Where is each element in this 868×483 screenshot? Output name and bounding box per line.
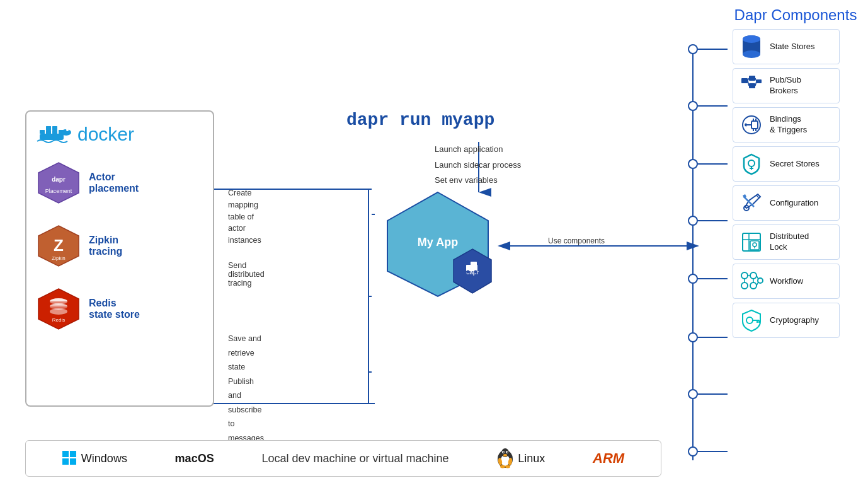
docker-text: docker: [77, 124, 134, 145]
configuration-card[interactable]: Configuration: [733, 185, 840, 221]
bindings-label: Bindings& Triggers: [770, 114, 807, 136]
configuration-label: Configuration: [770, 198, 818, 209]
dapr-components-title: Dapr Components: [733, 6, 859, 24]
svg-rect-85: [757, 79, 762, 83]
svg-point-73: [503, 454, 507, 457]
svg-rect-41: [46, 130, 51, 134]
command-description: Launch application Launch sidecar proces…: [435, 142, 521, 189]
svg-point-47: [61, 129, 71, 136]
zipkin-label: Zipkintracing: [89, 235, 122, 257]
zipkin-service: Z Zipkin Zipkintracing: [36, 223, 203, 269]
svg-rect-37: [471, 262, 477, 267]
windows-item: Windows: [62, 451, 127, 466]
dapr-command: dapr run myapp: [346, 110, 494, 130]
cryptography-card[interactable]: Cryptography: [733, 303, 840, 338]
docker-box: docker dapr Placement Actorplacement Cre…: [25, 110, 214, 407]
svg-point-119: [746, 317, 753, 323]
myapp-hexagon: My App dapr: [375, 186, 501, 300]
arm-item: ARM: [593, 450, 624, 467]
svg-rect-44: [46, 126, 51, 130]
zipkin-hex: Z Zipkin: [36, 223, 81, 269]
svg-line-118: [757, 276, 758, 279]
distributed-lock-icon: [740, 230, 763, 254]
svg-rect-46: [40, 134, 64, 140]
workflow-label: Workflow: [770, 276, 803, 287]
svg-rect-84: [749, 83, 755, 88]
svg-rect-65: [70, 458, 76, 465]
secret-stores-label: Secret Stores: [770, 159, 819, 170]
state-stores-icon: [740, 35, 763, 59]
redis-hex: Redis: [36, 286, 81, 332]
right-panel: Dapr Components State Stores: [729, 0, 868, 483]
secret-stores-card[interactable]: Secret Stores: [733, 146, 840, 182]
svg-rect-82: [741, 78, 748, 83]
pubsub-label: Pub/SubBrokers: [770, 75, 801, 96]
local-dev-label: Local dev machine or virtual machine: [261, 452, 448, 465]
svg-point-72: [507, 451, 508, 453]
svg-point-60: [50, 308, 67, 315]
redis-arrow-labels: Save and retrieve state Publish and subs…: [228, 332, 264, 445]
svg-marker-49: [38, 163, 79, 203]
svg-point-38: [467, 271, 470, 274]
svg-text:My App: My App: [418, 236, 458, 248]
windows-label: Windows: [81, 452, 127, 465]
svg-text:Placement: Placement: [45, 188, 72, 194]
pubsub-card[interactable]: Pub/SubBrokers: [733, 68, 840, 103]
arm-label: ARM: [593, 450, 624, 466]
workflow-card[interactable]: Workflow: [733, 264, 840, 299]
svg-text:Redis: Redis: [52, 317, 65, 323]
svg-point-96: [748, 160, 755, 166]
macos-item: macOS: [175, 452, 214, 465]
linux-item: Linux: [496, 448, 545, 469]
secret-stores-icon: [740, 152, 763, 176]
svg-rect-45: [52, 126, 57, 130]
cryptography-label: Cryptography: [770, 315, 819, 326]
actor-placement-hex: dapr Placement: [36, 160, 81, 206]
svg-text:Z: Z: [54, 236, 64, 255]
svg-point-76: [500, 465, 505, 468]
myapp-area: My App dapr: [375, 186, 501, 302]
windows-icon: [62, 451, 77, 466]
linux-penguin-icon: [496, 448, 514, 469]
linux-label: Linux: [518, 452, 545, 465]
use-components-label: Use components: [548, 236, 605, 245]
state-stores-card[interactable]: State Stores: [733, 29, 840, 64]
svg-line-87: [748, 81, 749, 86]
svg-point-110: [750, 272, 757, 279]
distributed-lock-card[interactable]: DistributedLock: [733, 224, 840, 260]
svg-rect-64: [62, 458, 69, 465]
actor-placement-service: dapr Placement Actorplacement: [36, 160, 203, 206]
svg-point-109: [741, 272, 748, 279]
actor-mapping-label: Create mapping table ofactor instances: [228, 187, 261, 247]
svg-rect-62: [62, 451, 69, 457]
redis-label: Redisstate store: [89, 298, 140, 320]
svg-point-81: [743, 35, 760, 43]
svg-rect-83: [749, 76, 755, 81]
svg-line-89: [755, 81, 757, 86]
svg-rect-42: [52, 130, 57, 134]
svg-marker-102: [743, 194, 746, 198]
bindings-icon: [740, 113, 763, 137]
svg-point-107: [753, 243, 757, 247]
svg-rect-40: [40, 130, 45, 134]
workflow-icon: [740, 269, 763, 293]
bindings-card[interactable]: Bindings& Triggers: [733, 107, 840, 143]
redis-service: Redis Redisstate store: [36, 286, 203, 332]
macos-label: macOS: [175, 452, 214, 465]
svg-point-77: [505, 465, 510, 468]
main-container: dapr run myapp Launch application Launch…: [0, 0, 868, 483]
zipkin-arrow-label: Send distributed tracing: [228, 261, 265, 288]
svg-point-111: [741, 282, 748, 289]
svg-line-117: [757, 282, 758, 286]
docker-logo: docker: [36, 121, 203, 148]
svg-point-71: [503, 451, 505, 453]
distributed-lock-label: DistributedLock: [770, 231, 809, 253]
svg-point-80: [743, 50, 760, 58]
docker-whale-icon: [36, 121, 72, 148]
svg-line-88: [755, 78, 757, 81]
svg-text:Zipkin: Zipkin: [52, 255, 65, 261]
bottom-bar: Windows macOS Local dev machine or virtu…: [25, 440, 661, 477]
state-stores-label: State Stores: [770, 42, 815, 52]
actor-placement-label: Actorplacement: [89, 172, 139, 194]
left-area: dapr run myapp Launch application Launch…: [0, 0, 729, 483]
